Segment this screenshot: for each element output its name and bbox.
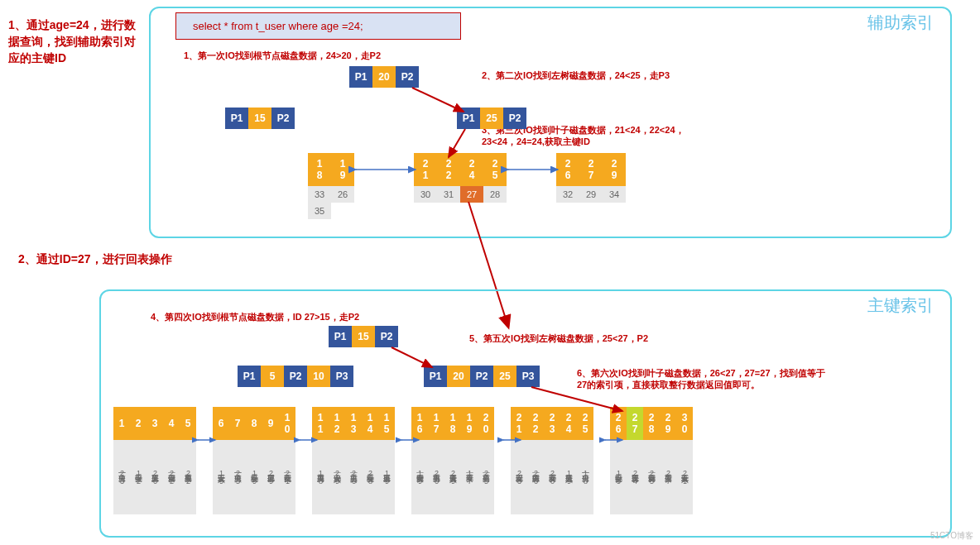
pk-leaf-key: 28 [643, 407, 660, 440]
pk-leaf-data: 桂二二班女28 [362, 440, 378, 514]
ptr-p1: P1 [349, 66, 372, 88]
pk-leaf-col: 15余三三班男19 [378, 407, 395, 514]
leaf-data: 27 [460, 186, 483, 203]
pk-leaf-col: 16樊四一班女19 [411, 407, 428, 514]
pk-leaf-key: 5 [180, 407, 196, 440]
pk-leaf-key: 16 [411, 407, 428, 440]
pk-leaf-key: 4 [163, 407, 180, 440]
pk-leaf-col: 14桂二二班女28 [362, 407, 378, 514]
pk-leaf-key: 18 [444, 407, 461, 440]
leaf-data: 33 [308, 186, 331, 203]
pk-leaf-data: 蒋六三班女21 [676, 440, 693, 514]
pk-leaf-key: 1 [113, 407, 130, 440]
pk-l1-right-k2: 25 [493, 366, 516, 387]
sql-query-box: select * from t_user where age =24; [175, 12, 461, 40]
panel-auxiliary-index: 辅助索引 select * from t_user where age =24;… [149, 7, 952, 238]
leaf-key: 22 [437, 153, 460, 186]
pk-leaf-key: 6 [213, 407, 229, 440]
leaf-key: 19 [331, 153, 354, 186]
pk-leaf-col: 29贺五二班男27 [660, 407, 676, 514]
panel-title-aux: 辅助索引 [867, 12, 934, 34]
pk-leaf-col: 17韦五二班男26 [428, 407, 444, 514]
ptr-p1: P1 [457, 108, 480, 129]
pk-l1-left-k2: 10 [307, 366, 330, 387]
aux-l1-left: P1 15 P2 [225, 108, 295, 129]
pk-leaf-key: 10 [279, 407, 295, 440]
pk-leaf-key: 15 [378, 407, 395, 440]
leaf-data: 34 [603, 186, 626, 203]
pk-leaf-data: 蔡二一班男25 [478, 440, 494, 514]
aux-root-key: 20 [372, 66, 396, 88]
leaf-key: 27 [579, 153, 603, 186]
pk-leaf-data: 周五二班男18 [312, 440, 329, 514]
pk-leaf-col: 11周五二班男18 [312, 407, 329, 514]
pk-leaf-data: 黄六三班男29 [444, 440, 461, 514]
pk-leaf-col: 20蔡二一班男25 [478, 407, 494, 514]
pk-leaf-data: 范六三班男19 [560, 440, 577, 514]
leaf-data: 35 [308, 203, 331, 219]
pk-leaf-col: 5黎五二班男22 [180, 407, 196, 514]
pk-l1-left-k1: 5 [261, 366, 284, 387]
pk-leaf-data: 岑三三班女23 [511, 440, 527, 514]
note-io1: 1、第一次IO找到根节点磁盘数据，24>20，走P2 [184, 50, 381, 62]
pk-leaf-col: 26部二二班女19 [610, 407, 627, 514]
pk-leaf-data: 黎五二班男22 [180, 440, 196, 514]
ptr-p1: P1 [329, 326, 352, 347]
aux-root-node: P1 20 P2 [349, 66, 419, 88]
pk-leaf-data: 余三三班男19 [378, 440, 395, 514]
aux-l1-right: P1 25 P2 [457, 108, 526, 129]
aux-leaf-left: 1819333526 [308, 153, 354, 219]
aux-l1-left-key: 15 [248, 108, 271, 129]
pk-leaf-data: 管三三班男24 [627, 440, 643, 514]
pk-leaf-data: 高一二班男26 [345, 440, 362, 514]
pk-leaf-key: 22 [527, 407, 544, 440]
pk-leaf-key: 9 [262, 407, 279, 440]
pk-leaf-col: 28韩四一班女25 [643, 407, 660, 514]
pk-leaf-data: 熊一一班男25 [229, 440, 246, 514]
note-io6: 6、第六次IO找到叶子磁盘数据，26<27，27=27，找到值等于27的索引项，… [577, 367, 833, 390]
pk-leaf-col: 13高一二班男26 [345, 407, 362, 514]
pk-leaf-data: 曾一一班男23 [113, 440, 130, 514]
pk-leaf-key: 2 [130, 407, 147, 440]
pk-leaf-data: 邓五二班女20 [544, 440, 560, 514]
pk-leaf-col: 10孔四一班女21 [279, 407, 295, 514]
pk-leaf-key: 3 [147, 407, 163, 440]
pk-leaf-col: 18黄六三班男29 [444, 407, 461, 514]
pk-leaf-col: 22陈四一班男26 [527, 407, 544, 514]
leaf-key: 21 [414, 153, 437, 186]
pk-leaf-key: 13 [345, 407, 362, 440]
ptr-p2: P2 [396, 66, 419, 88]
ptr-p2: P2 [284, 366, 307, 387]
pk-leaf-col: 25付一一班男18 [577, 407, 593, 514]
pk-leaf-data: 张二二班女12 [130, 440, 147, 514]
pk-leaf-key: 21 [511, 407, 527, 440]
pk-leaf-data: 陈四一班男26 [527, 440, 544, 514]
ptr-p1: P1 [424, 366, 447, 387]
ptr-p3: P3 [330, 366, 353, 387]
leaf-key: 24 [460, 153, 483, 186]
pk-leaf-key: 23 [544, 407, 560, 440]
pk-leaf-key: 7 [229, 407, 246, 440]
pk-leaf-data: 贺五二班男27 [660, 440, 676, 514]
pk-leaf-col: 30蒋六三班女21 [676, 407, 693, 514]
leaf-data: 32 [556, 186, 579, 203]
leaf-key: 26 [556, 153, 579, 186]
pk-leaf-col: 3朱三三班男26 [147, 407, 163, 514]
pk-leaf-col: 7熊一一班男25 [229, 407, 246, 514]
pk-leaf-key: 19 [461, 407, 478, 440]
pk-leaf-data: 邹四一班女22 [163, 440, 180, 514]
ptr-p2: P2 [271, 108, 295, 129]
leaf-data: 30 [414, 186, 437, 203]
panel-primary-index: 主键索引 4、第四次IO找到根节点磁盘数据，ID 27>15，走P2 5、第五次… [99, 289, 952, 538]
pk-leaf-key: 14 [362, 407, 378, 440]
pk-leaf-key: 11 [312, 407, 329, 440]
svg-line-0 [412, 88, 464, 112]
svg-line-5 [392, 347, 432, 367]
pk-leaves: 1曾一一班男232张二二班女123朱三三班男264邹四一班女225黎五二班男22… [113, 407, 693, 514]
panel-title-pk: 主键索引 [867, 294, 934, 317]
pk-leaf-col: 27管三三班男24 [627, 407, 643, 514]
pk-leaf-data: 杨二二班女19 [246, 440, 262, 514]
leaf-data: 31 [437, 186, 460, 203]
pk-leaf-data: 部二二班女19 [610, 440, 627, 514]
pk-l1-right: P1 20 P2 25 P3 [424, 366, 540, 387]
